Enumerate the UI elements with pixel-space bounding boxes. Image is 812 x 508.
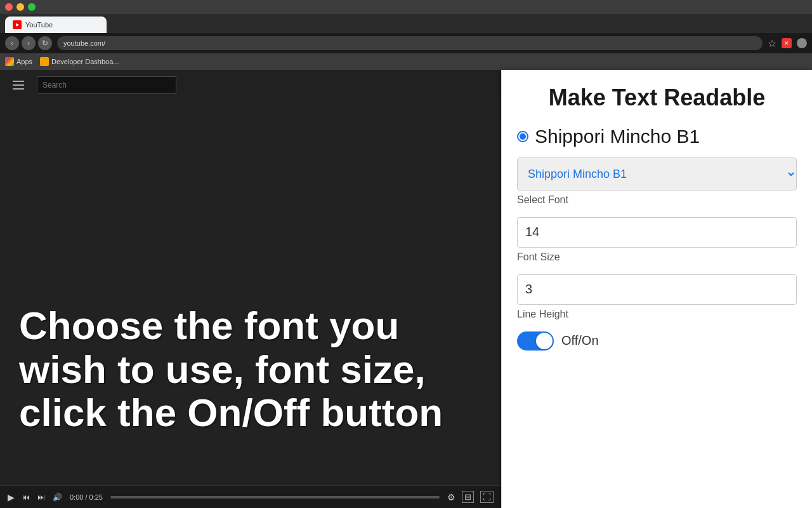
extension-icon[interactable]: ✕ <box>782 38 792 48</box>
hamburger-menu[interactable] <box>10 78 27 92</box>
volume-button[interactable]: 🔊 <box>53 493 62 502</box>
font-radio-button[interactable] <box>517 131 528 142</box>
font-select-group: Shippori Mincho B1 Arial Georgia Times N… <box>517 157 797 207</box>
bookmark-star-icon[interactable]: ☆ <box>768 37 776 50</box>
toggle-row: Off/On <box>517 331 797 351</box>
address-input[interactable] <box>57 36 763 50</box>
font-size-group: Font Size <box>517 217 797 264</box>
right-controls: ⚙ ⊟ ⛶ <box>447 491 494 503</box>
font-select-label: Select Font <box>517 193 797 207</box>
back-button[interactable]: ‹ <box>5 36 19 50</box>
video-controls: ▶ ⏮ ⏭ 🔊 0:00 / 0:25 ⚙ ⊟ ⛶ <box>0 485 501 508</box>
skip-forward-button[interactable]: ⏭ <box>37 493 45 502</box>
bookmark-apps[interactable]: Apps <box>5 57 32 66</box>
maximize-window-btn[interactable] <box>28 3 36 11</box>
youtube-area: Choose the font you wish to use, font si… <box>0 70 501 508</box>
main-content: Choose the font you wish to use, font si… <box>0 70 812 508</box>
profile-icon[interactable] <box>797 38 807 48</box>
youtube-tab[interactable]: ▶ YouTube <box>5 17 107 33</box>
settings-icon[interactable]: ⚙ <box>447 492 455 502</box>
font-select-dropdown[interactable]: Shippori Mincho B1 Arial Georgia Times N… <box>517 157 797 190</box>
youtube-favicon: ▶ <box>13 20 22 29</box>
progress-bar[interactable] <box>110 496 440 498</box>
video-area: Choose the font you wish to use, font si… <box>0 100 501 485</box>
bookmark-apps-label: Apps <box>16 58 32 65</box>
tab-bar: ▶ YouTube <box>0 14 812 33</box>
line-height-group: Line Height <box>517 274 797 321</box>
yt-search-input[interactable] <box>37 76 176 94</box>
on-off-toggle[interactable] <box>517 331 554 351</box>
video-text-overlay: Choose the font you wish to use, font si… <box>0 291 501 447</box>
play-button[interactable]: ▶ <box>8 492 15 502</box>
make-text-readable-panel: Make Text Readable Shippori Mincho B1 Sh… <box>501 70 812 508</box>
nav-buttons: ‹ › ↻ <box>5 36 52 50</box>
panel-title: Make Text Readable <box>517 85 797 110</box>
yt-header <box>0 70 501 100</box>
toggle-label: Off/On <box>561 333 599 348</box>
forward-button[interactable]: › <box>22 36 36 50</box>
font-option-row: Shippori Mincho B1 <box>517 126 797 147</box>
bookmark-developer-label: Developer Dashboa... <box>51 58 119 65</box>
close-window-btn[interactable] <box>5 3 13 11</box>
toggle-knob <box>536 333 553 349</box>
address-bar: ‹ › ↻ ☆ ✕ <box>0 33 812 53</box>
font-size-input[interactable] <box>517 217 797 248</box>
font-size-label: Font Size <box>517 250 797 264</box>
line-height-label: Line Height <box>517 307 797 321</box>
refresh-button[interactable]: ↻ <box>38 36 52 50</box>
time-display: 0:00 / 0:25 <box>70 493 103 501</box>
font-selected-label: Shippori Mincho B1 <box>535 126 700 147</box>
tab-label: YouTube <box>25 21 53 29</box>
video-overlay-text: Choose the font you wish to use, font si… <box>19 304 443 434</box>
minimize-window-btn[interactable] <box>16 3 24 11</box>
bookmarks-bar: Apps Developer Dashboa... <box>0 53 812 70</box>
skip-back-button[interactable]: ⏮ <box>22 493 30 502</box>
apps-bookmark-icon <box>5 57 14 66</box>
developer-bookmark-icon <box>40 57 49 66</box>
miniplayer-icon[interactable]: ⊟ <box>462 491 474 503</box>
fullscreen-icon[interactable]: ⛶ <box>480 491 494 503</box>
bookmark-developer[interactable]: Developer Dashboa... <box>40 57 119 66</box>
line-height-input[interactable] <box>517 274 797 305</box>
browser-chrome <box>0 0 812 14</box>
